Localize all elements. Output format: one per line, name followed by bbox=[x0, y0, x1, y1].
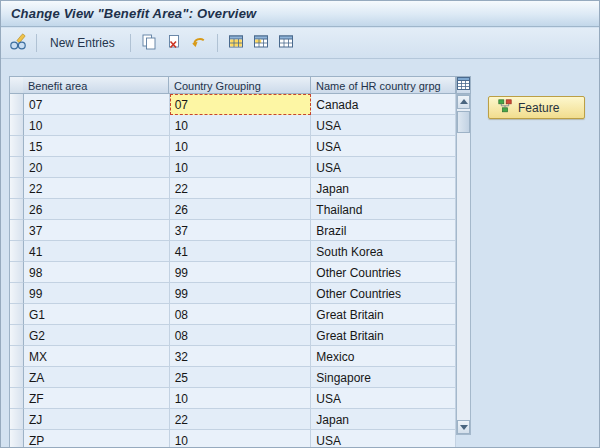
column-header-country-grouping[interactable]: Country Grouping bbox=[169, 76, 311, 94]
table-cell[interactable]: 37 bbox=[170, 220, 312, 241]
table-cell[interactable]: Great Britain bbox=[311, 304, 456, 325]
table-cell[interactable]: 08 bbox=[170, 304, 312, 325]
scrollbar-thumb[interactable] bbox=[457, 111, 470, 133]
row-select-button[interactable] bbox=[10, 367, 24, 388]
column-header-name[interactable]: Name of HR country grpg bbox=[311, 76, 456, 94]
table-cell[interactable]: G2 bbox=[24, 325, 170, 346]
copy-as-button[interactable] bbox=[138, 32, 160, 54]
copy-as-icon bbox=[140, 33, 158, 54]
table-cell[interactable]: 99 bbox=[170, 262, 312, 283]
row-select-button[interactable] bbox=[10, 115, 24, 136]
row-select-button[interactable] bbox=[10, 136, 24, 157]
scroll-up-button[interactable] bbox=[457, 95, 470, 109]
row-select-button[interactable] bbox=[10, 346, 24, 367]
table-cell[interactable]: 20 bbox=[24, 157, 170, 178]
table-cell[interactable]: Other Countries bbox=[311, 262, 456, 283]
table-cell[interactable]: Great Britain bbox=[311, 325, 456, 346]
table-cell[interactable]: 41 bbox=[24, 241, 170, 262]
deselect-all-icon bbox=[277, 33, 295, 54]
feature-button[interactable]: Feature bbox=[488, 96, 585, 119]
table-cell[interactable]: Thailand bbox=[311, 199, 456, 220]
application-toolbar: New Entries bbox=[1, 28, 599, 59]
table-cell[interactable]: USA bbox=[311, 115, 456, 136]
table-cell[interactable]: USA bbox=[311, 388, 456, 409]
table-cell[interactable]: 08 bbox=[170, 325, 312, 346]
table-cell[interactable]: 25 bbox=[170, 367, 312, 388]
table-cell[interactable]: 10 bbox=[170, 115, 312, 136]
row-select-button[interactable] bbox=[10, 409, 24, 430]
row-select-button[interactable] bbox=[10, 430, 24, 448]
table-cell[interactable]: 26 bbox=[170, 199, 312, 220]
row-select-button[interactable] bbox=[10, 199, 24, 220]
table-cell[interactable]: 41 bbox=[170, 241, 312, 262]
table-control: Benefit area Country Grouping Name of HR… bbox=[9, 76, 471, 448]
table-cell[interactable]: Mexico bbox=[311, 346, 456, 367]
row-select-button[interactable] bbox=[10, 178, 24, 199]
table-cell[interactable]: G1 bbox=[24, 304, 170, 325]
feature-hierarchy-icon bbox=[498, 99, 512, 116]
table-row: ZF10USA bbox=[10, 388, 456, 409]
row-select-button[interactable] bbox=[10, 241, 24, 262]
table-cell[interactable]: 15 bbox=[24, 136, 170, 157]
table-cell[interactable]: 37 bbox=[24, 220, 170, 241]
undo-change-button[interactable] bbox=[188, 32, 210, 54]
vertical-scrollbar[interactable] bbox=[456, 94, 471, 435]
table-cell[interactable]: 26 bbox=[24, 199, 170, 220]
scroll-down-button[interactable] bbox=[457, 420, 470, 434]
table-cell[interactable]: 32 bbox=[170, 346, 312, 367]
table-cell[interactable]: USA bbox=[311, 157, 456, 178]
select-block-button[interactable] bbox=[250, 32, 272, 54]
table-cell[interactable]: 22 bbox=[24, 178, 170, 199]
table-row: ZP10USA bbox=[10, 430, 456, 448]
select-all-corner[interactable] bbox=[9, 76, 23, 94]
table-cell[interactable]: ZF bbox=[24, 388, 170, 409]
table-cell[interactable]: Singapore bbox=[311, 367, 456, 388]
table-cell[interactable]: Japan bbox=[311, 178, 456, 199]
table-cell[interactable]: South Korea bbox=[311, 241, 456, 262]
table-cell[interactable]: ZA bbox=[24, 367, 170, 388]
row-select-button[interactable] bbox=[10, 94, 24, 115]
row-select-button[interactable] bbox=[10, 283, 24, 304]
table-cell[interactable]: 22 bbox=[170, 409, 312, 430]
delete-button[interactable] bbox=[163, 32, 185, 54]
table-cell[interactable]: 98 bbox=[24, 262, 170, 283]
new-entries-button[interactable]: New Entries bbox=[44, 32, 123, 54]
row-select-button[interactable] bbox=[10, 262, 24, 283]
table-cell[interactable]: 07 bbox=[170, 94, 312, 115]
column-header-benefit-area[interactable]: Benefit area bbox=[23, 76, 169, 94]
table-cell[interactable]: ZJ bbox=[24, 409, 170, 430]
table-cell[interactable]: Japan bbox=[311, 409, 456, 430]
deselect-all-button[interactable] bbox=[275, 32, 297, 54]
row-select-button[interactable] bbox=[10, 388, 24, 409]
table-cell[interactable]: Canada bbox=[311, 94, 456, 115]
table-cell[interactable]: Brazil bbox=[311, 220, 456, 241]
row-select-button[interactable] bbox=[10, 157, 24, 178]
row-select-button[interactable] bbox=[10, 220, 24, 241]
display-change-button[interactable] bbox=[7, 32, 29, 54]
table-cell[interactable]: 99 bbox=[170, 283, 312, 304]
toolbar-separator bbox=[36, 34, 37, 52]
table-row: 1510USA bbox=[10, 136, 456, 157]
table-cell[interactable]: 10 bbox=[170, 388, 312, 409]
table-cell[interactable]: 10 bbox=[24, 115, 170, 136]
table-cell[interactable]: 22 bbox=[170, 178, 312, 199]
table-cell[interactable]: ZP bbox=[24, 430, 170, 448]
table-cell[interactable]: 10 bbox=[170, 157, 312, 178]
table-cell[interactable]: 07 bbox=[24, 94, 170, 115]
table-cell[interactable]: 10 bbox=[170, 430, 312, 448]
sap-window: Change View "Benefit Area": Overview New… bbox=[0, 0, 600, 448]
row-select-button[interactable] bbox=[10, 304, 24, 325]
title-bar: Change View "Benefit Area": Overview bbox=[1, 1, 599, 27]
select-all-button[interactable] bbox=[225, 32, 247, 54]
table-cell[interactable]: USA bbox=[311, 136, 456, 157]
delete-icon bbox=[165, 33, 183, 54]
scroll-up-icon bbox=[460, 99, 468, 104]
table-cell[interactable]: 99 bbox=[24, 283, 170, 304]
row-select-button[interactable] bbox=[10, 325, 24, 346]
table-cell[interactable]: Other Countries bbox=[311, 283, 456, 304]
table-cell[interactable]: USA bbox=[311, 430, 456, 448]
table-cell[interactable]: MX bbox=[24, 346, 170, 367]
table-settings-icon bbox=[457, 76, 470, 94]
table-cell[interactable]: 10 bbox=[170, 136, 312, 157]
table-settings-button[interactable] bbox=[456, 76, 471, 94]
